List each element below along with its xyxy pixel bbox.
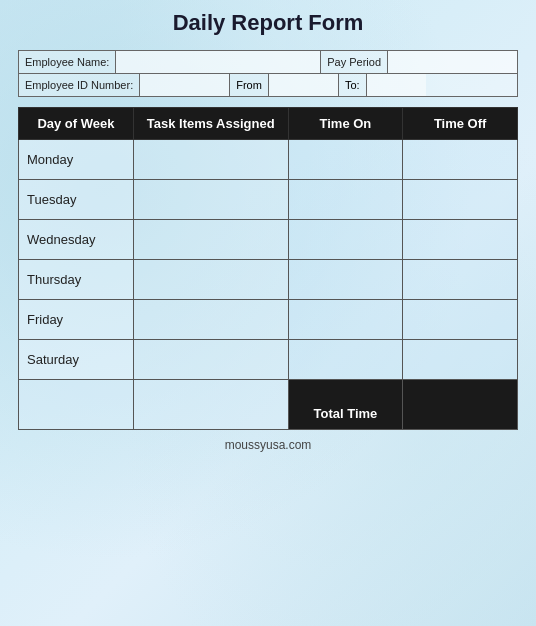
employee-name-label: Employee Name: xyxy=(19,51,115,73)
task-input-cell[interactable] xyxy=(133,180,288,220)
employee-name-input[interactable] xyxy=(115,51,320,73)
day-cell: Monday xyxy=(19,140,134,180)
time-on-cell[interactable] xyxy=(288,220,403,260)
to-label: To: xyxy=(338,74,366,96)
employee-id-label: Employee ID Number: xyxy=(19,74,139,96)
time-off-cell[interactable] xyxy=(403,140,518,180)
time-off-cell[interactable] xyxy=(403,260,518,300)
time-on-cell[interactable] xyxy=(288,180,403,220)
table-row: Saturday xyxy=(19,340,518,380)
time-on-cell[interactable] xyxy=(288,260,403,300)
day-cell: Tuesday xyxy=(19,180,134,220)
from-label: From xyxy=(230,74,268,96)
page-container: Daily Report Form Employee Name: Pay Per… xyxy=(0,0,536,626)
day-cell: Wednesday xyxy=(19,220,134,260)
day-cell: Friday xyxy=(19,300,134,340)
top-row-1: Employee Name: Pay Period xyxy=(19,51,517,74)
time-on-cell[interactable] xyxy=(288,300,403,340)
total-time-label: Total Time xyxy=(288,380,403,430)
header-time-off: Time Off xyxy=(403,108,518,140)
time-on-cell[interactable] xyxy=(288,340,403,380)
total-blank-day xyxy=(19,380,134,430)
table-row: Wednesday xyxy=(19,220,518,260)
task-input-cell[interactable] xyxy=(133,260,288,300)
task-input-cell[interactable] xyxy=(133,220,288,260)
table-row: Monday xyxy=(19,140,518,180)
table-row: Thursday xyxy=(19,260,518,300)
time-on-cell[interactable] xyxy=(288,140,403,180)
to-input[interactable] xyxy=(366,74,426,96)
page-title: Daily Report Form xyxy=(173,10,364,36)
total-blank-task xyxy=(133,380,288,430)
pay-period-input[interactable] xyxy=(387,51,517,73)
day-cell: Saturday xyxy=(19,340,134,380)
day-cell: Thursday xyxy=(19,260,134,300)
daily-report-table: Day of Week Task Items Assigned Time On … xyxy=(18,107,518,430)
time-off-cell[interactable] xyxy=(403,220,518,260)
task-input-cell[interactable] xyxy=(133,140,288,180)
task-input-cell[interactable] xyxy=(133,340,288,380)
from-to-section: From To: xyxy=(229,74,425,96)
header-time-on: Time On xyxy=(288,108,403,140)
from-input[interactable] xyxy=(268,74,338,96)
table-row: Friday xyxy=(19,300,518,340)
top-fields-container: Employee Name: Pay Period Employee ID Nu… xyxy=(18,50,518,97)
top-row-2: Employee ID Number: From To: xyxy=(19,74,517,96)
total-time-value[interactable] xyxy=(403,380,518,430)
footer-text: moussyusa.com xyxy=(225,438,312,452)
task-input-cell[interactable] xyxy=(133,300,288,340)
table-header-row: Day of Week Task Items Assigned Time On … xyxy=(19,108,518,140)
pay-period-label: Pay Period xyxy=(321,51,387,73)
time-off-cell[interactable] xyxy=(403,300,518,340)
time-off-cell[interactable] xyxy=(403,340,518,380)
pay-period-section: Pay Period xyxy=(320,51,517,73)
header-day-of-week: Day of Week xyxy=(19,108,134,140)
header-task-items: Task Items Assigned xyxy=(133,108,288,140)
table-row: Tuesday xyxy=(19,180,518,220)
total-row: Total Time xyxy=(19,380,518,430)
employee-id-input[interactable] xyxy=(139,74,229,96)
time-off-cell[interactable] xyxy=(403,180,518,220)
